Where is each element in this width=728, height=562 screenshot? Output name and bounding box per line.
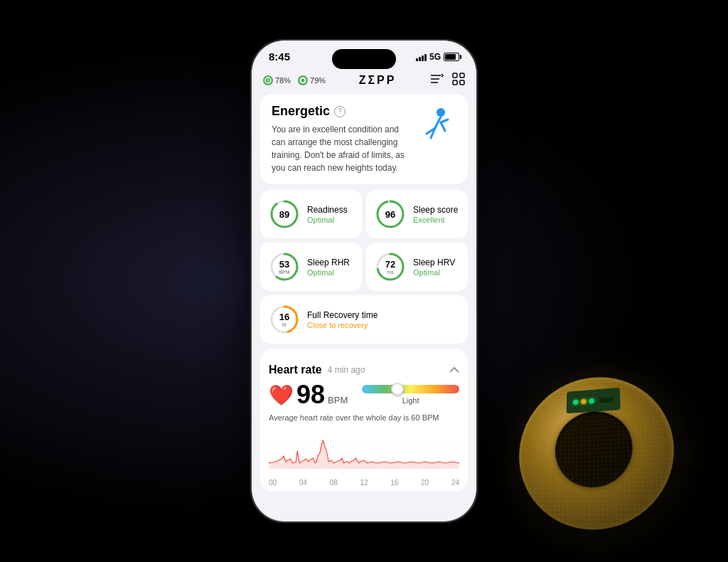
full-recovery-label: Full Recovery time — [307, 310, 378, 320]
tick-04: 04 — [299, 479, 307, 487]
sensor-dot-1 — [573, 399, 578, 405]
sensor-dot-3 — [589, 398, 594, 403]
readiness-card[interactable]: 89 Readiness Optimal — [260, 190, 362, 238]
tick-16: 16 — [390, 479, 398, 487]
full-recovery-value: 16 hr — [279, 312, 289, 327]
info-icon[interactable]: ? — [334, 106, 346, 117]
sleep-score-value: 96 — [385, 210, 395, 219]
heart-icon: ❤️ — [269, 383, 294, 407]
scale-marker — [391, 383, 404, 396]
full-recovery-status: Close to recovery — [307, 321, 378, 329]
sort-icon[interactable] — [429, 73, 444, 88]
hero-card: Energetic ? You are in excellent conditi… — [260, 94, 468, 184]
svg-rect-5 — [453, 73, 457, 78]
phone-frame: 8:45 5G — [250, 39, 478, 523]
sleep-hrv-gauge: 72 ms — [375, 251, 406, 282]
phone-screen: 8:45 5G — [252, 41, 476, 521]
chip-component — [599, 396, 613, 403]
app-bar: 78% 79% ZΣPP — [252, 68, 476, 94]
device1-icon — [263, 75, 273, 85]
status-icons: 5G — [416, 52, 459, 62]
hero-description: You are in excellent condition and can a… — [272, 123, 414, 174]
heart-rate-section: Heart rate 4 min ago ❤️ 98 BPM — [260, 349, 468, 491]
ring-outer — [514, 371, 680, 530]
smart-ring — [515, 370, 685, 541]
sleep-score-label: Sleep score — [413, 205, 458, 215]
device2-indicator: 79% — [298, 75, 326, 85]
device2-pct: 79% — [310, 76, 326, 85]
sleep-hrv-label: Sleep HRV — [413, 258, 455, 267]
app-toolbar — [429, 73, 465, 88]
tick-12: 12 — [360, 479, 368, 487]
hero-illustration — [414, 104, 456, 147]
readiness-status: Optimal — [307, 216, 348, 224]
device1-pct: 78% — [275, 76, 291, 85]
scale-label: Light — [362, 396, 459, 405]
ring-visual — [515, 370, 685, 541]
tick-20: 20 — [421, 479, 429, 487]
svg-point-9 — [437, 108, 445, 117]
metric-grid: 89 Readiness Optimal — [260, 190, 468, 291]
full-recovery-gauge: 16 hr — [269, 304, 300, 335]
sleep-rhr-value: 53 BPM — [279, 260, 289, 275]
svg-line-13 — [441, 120, 448, 122]
device2-icon — [298, 75, 308, 85]
battery-fill — [445, 54, 456, 60]
tick-24: 24 — [451, 479, 459, 487]
heart-rate-title: Heart rate — [269, 364, 322, 376]
bpm-label: BPM — [328, 395, 348, 405]
dynamic-island — [332, 49, 396, 69]
sleep-score-card[interactable]: 96 Sleep score Excellent — [366, 190, 468, 238]
ring-sensor — [567, 388, 621, 413]
section-title-row: Heart rate 4 min ago — [269, 364, 365, 376]
sleep-score-status: Excellent — [413, 216, 458, 224]
hero-title-text: Energetic — [272, 104, 330, 119]
sleep-rhr-label: Sleep RHR — [307, 258, 350, 267]
app-logo: ZΣPP — [359, 74, 397, 87]
sleep-hrv-info: Sleep HRV Optimal — [413, 258, 455, 277]
avg-heart-rate-text: Average heart rate over the whole day is… — [269, 413, 459, 422]
status-time: 8:45 — [269, 51, 290, 63]
phone-device: 8:45 5G — [250, 39, 478, 523]
battery-icon — [444, 53, 459, 61]
readiness-value: 89 — [279, 210, 289, 219]
scale-bar — [362, 385, 459, 393]
heart-rate-display: ❤️ 98 BPM Light — [269, 382, 459, 408]
heart-bpm-value: 98 — [296, 382, 325, 408]
heart-rate-scale: Light — [362, 385, 459, 405]
tick-08: 08 — [330, 479, 338, 487]
readiness-gauge: 89 — [269, 198, 300, 230]
sleep-hrv-card[interactable]: 72 ms Sleep HRV Optimal — [366, 243, 468, 291]
tick-00: 00 — [269, 479, 277, 487]
sleep-rhr-gauge: 53 BPM — [269, 251, 300, 282]
sleep-hrv-value: 72 ms — [385, 260, 395, 275]
svg-rect-7 — [453, 80, 457, 85]
network-label: 5G — [429, 52, 441, 62]
svg-point-1 — [301, 78, 306, 83]
svg-rect-6 — [460, 73, 464, 78]
hero-title-row: Energetic ? — [272, 104, 414, 119]
signal-icon — [416, 53, 427, 61]
hero-text: Energetic ? You are in excellent conditi… — [272, 104, 414, 174]
full-recovery-card[interactable]: 16 hr Full Recovery time Close to recove… — [260, 295, 468, 344]
device1-indicator: 78% — [263, 75, 291, 85]
section-header: Heart rate 4 min ago — [269, 356, 459, 382]
sleep-hrv-status: Optimal — [413, 268, 455, 277]
grid-icon[interactable] — [452, 73, 465, 88]
sleep-rhr-status: Optimal — [307, 268, 350, 277]
sleep-score-gauge: 96 — [375, 198, 406, 230]
sensor-dot-2 — [581, 398, 587, 404]
svg-rect-8 — [460, 80, 464, 85]
device-indicators: 78% 79% — [263, 75, 326, 85]
heart-rate-chart — [269, 426, 459, 476]
sleep-rhr-card[interactable]: 53 BPM Sleep RHR Optimal — [260, 243, 362, 291]
scroll-content: Energetic ? You are in excellent conditi… — [252, 94, 476, 491]
sleep-score-info: Sleep score Excellent — [413, 205, 458, 224]
full-recovery-info: Full Recovery time Close to recovery — [307, 310, 378, 329]
bpm-display: ❤️ 98 BPM — [269, 382, 348, 408]
readiness-label: Readiness — [307, 205, 348, 215]
chart-axis: 00 04 08 12 16 20 24 — [269, 476, 459, 487]
collapse-icon[interactable] — [449, 364, 459, 376]
readiness-info: Readiness Optimal — [307, 205, 348, 224]
svg-line-14 — [441, 122, 445, 131]
